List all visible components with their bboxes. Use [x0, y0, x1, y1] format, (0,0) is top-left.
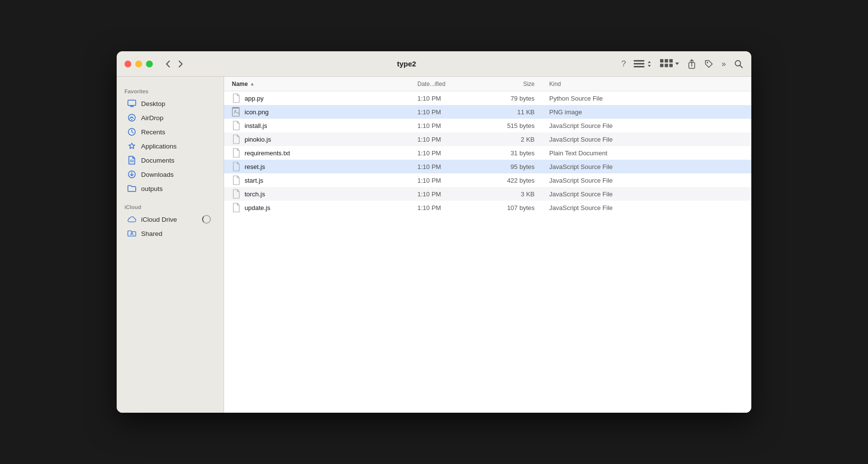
cloud-icon	[127, 215, 136, 224]
applications-icon	[127, 142, 136, 150]
file-size: 515 bytes	[486, 122, 549, 129]
file-name: reset.js	[232, 162, 417, 171]
file-kind: JavaScript Source File	[549, 122, 744, 129]
sidebar-item-label: outputs	[141, 185, 163, 192]
file-date: 1:10 PM	[417, 149, 486, 157]
file-kind: JavaScript Source File	[549, 136, 744, 143]
search-button[interactable]	[734, 59, 744, 69]
back-button[interactable]	[163, 58, 173, 70]
share-button[interactable]	[687, 59, 696, 69]
file-name-text: reset.js	[245, 163, 265, 170]
file-name: requirements.txt	[232, 148, 417, 158]
search-icon	[734, 59, 744, 69]
column-size-header[interactable]: Size	[486, 81, 549, 87]
sidebar-item-label: Recents	[141, 128, 165, 136]
file-row[interactable]: install.js 1:10 PM 515 bytes JavaScript …	[224, 119, 751, 132]
sort-arrows-icon	[646, 61, 652, 67]
file-doc-icon	[232, 175, 240, 185]
tag-icon	[704, 59, 714, 69]
list-view-button[interactable]	[634, 60, 652, 68]
help-button[interactable]: ?	[621, 59, 626, 69]
grid-view-button[interactable]	[660, 59, 680, 69]
sidebar-item-label: iCloud Drive	[141, 216, 177, 223]
file-doc-icon	[232, 203, 240, 212]
sidebar-item-desktop[interactable]: Desktop	[120, 97, 221, 110]
forward-button[interactable]	[175, 58, 186, 70]
file-doc-icon	[232, 162, 240, 171]
file-type-icon	[232, 134, 241, 144]
file-type-icon	[232, 121, 241, 130]
downloads-icon	[127, 170, 136, 179]
chevron-left-icon	[165, 60, 170, 68]
share-icon	[687, 59, 696, 69]
sidebar-item-downloads[interactable]: Downloads	[120, 168, 221, 181]
file-type-icon	[232, 107, 241, 117]
file-row[interactable]: reset.js 1:10 PM 95 bytes JavaScript Sou…	[224, 160, 751, 173]
sidebar-item-label: Desktop	[141, 100, 165, 107]
file-size: 11 KB	[486, 108, 549, 116]
file-doc-icon	[232, 148, 240, 158]
file-name-text: requirements.txt	[245, 149, 290, 157]
svg-rect-7	[665, 63, 668, 67]
tag-button[interactable]	[704, 59, 714, 69]
file-name-text: app.py	[245, 95, 264, 102]
file-row[interactable]: torch.js 1:10 PM 3 KB JavaScript Source …	[224, 187, 751, 201]
shared-icon	[127, 229, 136, 238]
close-button[interactable]	[124, 61, 131, 67]
file-size: 2 KB	[486, 136, 549, 143]
column-header: Name ▲ Date...ified Size Kind	[224, 77, 751, 91]
airdrop-icon	[127, 113, 136, 122]
file-doc-icon	[232, 121, 240, 130]
file-name: start.js	[232, 175, 417, 185]
file-type-icon	[232, 175, 241, 185]
nav-buttons	[163, 58, 186, 70]
column-name-header[interactable]: Name ▲	[232, 81, 417, 87]
icloud-label: iCloud	[117, 200, 224, 212]
file-type-icon	[232, 148, 241, 158]
maximize-button[interactable]	[146, 61, 153, 67]
file-image-icon	[232, 107, 241, 117]
file-date: 1:10 PM	[417, 190, 486, 198]
documents-icon	[127, 156, 136, 165]
file-kind: JavaScript Source File	[549, 177, 744, 184]
file-date: 1:10 PM	[417, 95, 486, 102]
column-date-header[interactable]: Date...ified	[417, 81, 486, 87]
file-type-icon	[232, 189, 241, 199]
file-row[interactable]: update.js 1:10 PM 107 bytes JavaScript S…	[224, 201, 751, 214]
sidebar-item-shared[interactable]: Shared	[120, 227, 221, 240]
more-button[interactable]: »	[722, 60, 726, 68]
file-kind: JavaScript Source File	[549, 204, 744, 211]
sidebar-item-label: AirDrop	[141, 114, 164, 122]
sort-arrow-icon: ▲	[250, 81, 255, 86]
sidebar-item-documents[interactable]: Documents	[120, 153, 221, 167]
file-name: app.py	[232, 93, 417, 103]
file-date: 1:10 PM	[417, 204, 486, 211]
sidebar-item-outputs[interactable]: outputs	[120, 182, 221, 195]
sidebar-item-label: Applications	[141, 143, 177, 150]
minimize-button[interactable]	[135, 61, 142, 67]
sidebar-item-applications[interactable]: Applications	[120, 139, 221, 153]
file-row[interactable]: icon.png 1:10 PM 11 KB PNG image	[224, 105, 751, 119]
sidebar-item-airdrop[interactable]: AirDrop	[120, 111, 221, 125]
file-size: 3 KB	[486, 190, 549, 198]
file-type-icon	[232, 93, 241, 103]
column-kind-header[interactable]: Kind	[549, 81, 744, 87]
file-row[interactable]: start.js 1:10 PM 422 bytes JavaScript So…	[224, 173, 751, 187]
sidebar-item-label: Shared	[141, 230, 163, 237]
sidebar-item-recents[interactable]: Recents	[120, 125, 221, 139]
dropdown-arrow-icon	[675, 61, 680, 67]
sidebar: Favorites Desktop	[117, 77, 224, 413]
file-size: 31 bytes	[486, 149, 549, 157]
sidebar-item-icloud-drive[interactable]: iCloud Drive	[120, 212, 221, 226]
file-row[interactable]: requirements.txt 1:10 PM 31 bytes Plain …	[224, 146, 751, 160]
svg-rect-2	[634, 66, 644, 67]
file-name-text: start.js	[245, 177, 263, 184]
svg-rect-6	[660, 63, 663, 67]
file-kind: PNG image	[549, 108, 744, 116]
file-row[interactable]: pinokio.js 1:10 PM 2 KB JavaScript Sourc…	[224, 132, 751, 146]
file-list: app.py 1:10 PM 79 bytes Python Source Fi…	[224, 91, 751, 413]
file-row[interactable]: app.py 1:10 PM 79 bytes Python Source Fi…	[224, 91, 751, 105]
file-name: update.js	[232, 203, 417, 212]
file-doc-icon	[232, 134, 240, 144]
sidebar-item-label: Documents	[141, 157, 174, 164]
